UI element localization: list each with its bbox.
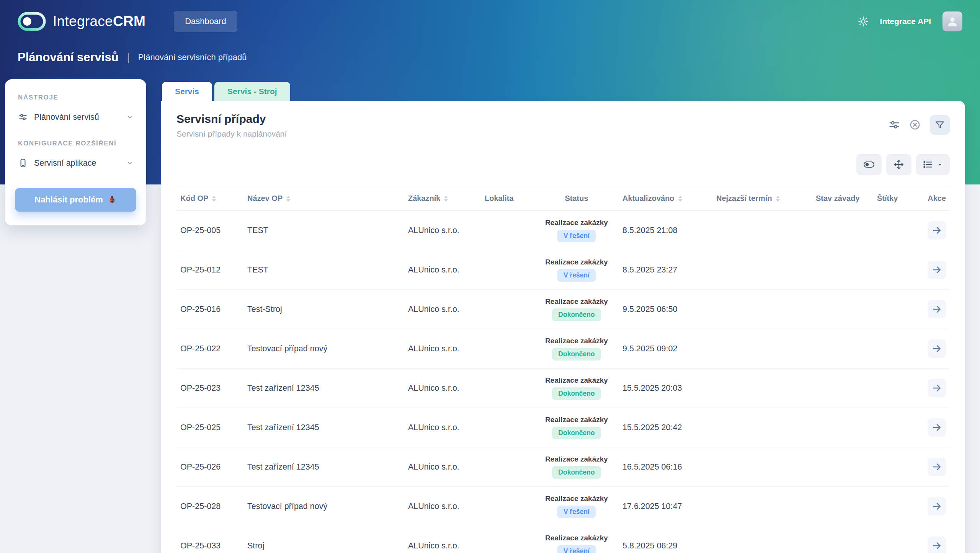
tab-servis[interactable]: Servis	[162, 82, 212, 101]
tab-servis-stroj[interactable]: Servis - Stroj	[214, 82, 290, 101]
col-zakaznik[interactable]: Zákazník	[404, 186, 481, 211]
card-title: Servisní případy	[176, 113, 287, 126]
chevron-down-icon	[126, 114, 133, 121]
sidebar-section-extensions: KONFIGURACE ROZŠÍŘENÍ	[18, 140, 136, 147]
cell-code: OP-25-022	[176, 329, 243, 369]
cell-deadline	[712, 250, 812, 290]
clear-filters-icon	[909, 119, 921, 131]
cell-customer: ALUnico s.r.o.	[404, 329, 481, 369]
status-line: Realizace zakázky	[538, 219, 615, 227]
adjustments-button[interactable]	[889, 119, 900, 131]
status-badge: Dokončeno	[552, 348, 601, 361]
cell-defect-state	[812, 487, 873, 526]
arrow-right-icon	[932, 383, 942, 393]
table-row[interactable]: OP-25-012 TEST ALUnico s.r.o. Realizace …	[176, 250, 950, 290]
table-row[interactable]: OP-25-005 TEST ALUnico s.r.o. Realizace …	[176, 211, 950, 250]
col-nejzazsi-termin[interactable]: Nejzazší termín	[712, 186, 812, 211]
open-case-button[interactable]	[928, 537, 946, 553]
cell-tags	[873, 487, 915, 526]
status-line: Realizace zakázky	[538, 534, 615, 542]
cases-card: Servisní případy Servisní případy k napl…	[161, 101, 965, 553]
open-case-button[interactable]	[928, 418, 946, 437]
planning-icon	[18, 112, 28, 122]
status-badge: V řešení	[557, 269, 596, 282]
cell-customer: ALUnico s.r.o.	[404, 487, 481, 526]
page-heading: Plánování servisů | Plánování servisních…	[0, 43, 980, 64]
cell-tags	[873, 329, 915, 369]
dashboard-button[interactable]: Dashboard	[174, 11, 237, 32]
cell-code: OP-25-033	[176, 526, 243, 553]
cell-status: Realizace zakázky V řešení	[534, 250, 619, 290]
cell-code: OP-25-026	[176, 447, 243, 487]
status-badge: Dokončeno	[552, 387, 601, 400]
cell-status: Realizace zakázky Dokončeno	[534, 329, 619, 369]
cell-tags	[873, 408, 915, 447]
col-kod-op[interactable]: Kód OP	[176, 186, 243, 211]
cell-name: Testovací případ nový	[243, 329, 404, 369]
table-row[interactable]: OP-25-033 Stroj ALUnico s.r.o. Realizace…	[176, 526, 950, 553]
cell-customer: ALUnico s.r.o.	[404, 408, 481, 447]
cell-deadline	[712, 290, 812, 329]
arrow-right-icon	[932, 265, 942, 275]
list-view-button[interactable]	[916, 154, 950, 175]
status-line: Realizace zakázky	[538, 416, 615, 424]
open-case-button[interactable]	[928, 458, 946, 476]
person-icon	[946, 15, 959, 28]
move-icon	[894, 160, 904, 170]
cell-updated: 17.6.2025 10:47	[619, 487, 712, 526]
cell-customer: ALUnico s.r.o.	[404, 250, 481, 290]
cell-location	[481, 369, 534, 408]
table-row[interactable]: OP-25-016 Test-Stroj ALUnico s.r.o. Real…	[176, 290, 950, 329]
cell-customer: ALUnico s.r.o.	[404, 211, 481, 250]
theme-toggle-button[interactable]	[858, 16, 869, 27]
table-row[interactable]: OP-25-023 Test zařízení 12345 ALUnico s.…	[176, 369, 950, 408]
table-row[interactable]: OP-25-025 Test zařízení 12345 ALUnico s.…	[176, 408, 950, 447]
open-case-button[interactable]	[928, 339, 946, 358]
clear-filters-button[interactable]	[909, 119, 921, 131]
cell-code: OP-25-025	[176, 408, 243, 447]
cell-tags	[873, 447, 915, 487]
report-problem-button[interactable]: Nahlásit problém	[15, 188, 136, 212]
cell-updated: 15.5.2025 20:03	[619, 369, 712, 408]
sidebar-item-servisni-aplikace[interactable]: Servisní aplikace	[15, 154, 136, 172]
brand-logo: IntegraceCRM	[18, 12, 145, 31]
open-case-button[interactable]	[928, 300, 946, 318]
open-case-button[interactable]	[928, 261, 946, 279]
open-case-button[interactable]	[928, 497, 946, 515]
arrow-right-icon	[932, 501, 942, 511]
cell-name: TEST	[243, 211, 404, 250]
cell-defect-state	[812, 329, 873, 369]
table-row[interactable]: OP-25-026 Test zařízení 12345 ALUnico s.…	[176, 447, 950, 487]
filter-button[interactable]	[930, 115, 950, 135]
col-stav-zavady: Stav závady	[812, 186, 873, 211]
user-avatar[interactable]	[942, 11, 962, 31]
move-button[interactable]	[886, 154, 911, 175]
table-row[interactable]: OP-25-022 Testovací případ nový ALUnico …	[176, 329, 950, 369]
cell-deadline	[712, 369, 812, 408]
status-line: Realizace zakázky	[538, 337, 615, 345]
cell-deadline	[712, 447, 812, 487]
cell-tags	[873, 250, 915, 290]
tab-bar: Servis Servis - Stroj	[161, 82, 965, 101]
cases-table-body: OP-25-005 TEST ALUnico s.r.o. Realizace …	[176, 211, 950, 553]
toggle-view-button[interactable]	[856, 154, 882, 175]
sidebar-item-planovani-servisu[interactable]: Plánování servisů	[15, 108, 136, 126]
cell-location	[481, 408, 534, 447]
cell-name: Test zařízení 12345	[243, 408, 404, 447]
cell-updated: 9.5.2025 09:02	[619, 329, 712, 369]
arrow-right-icon	[932, 462, 942, 472]
open-case-button[interactable]	[928, 379, 946, 397]
cell-updated: 16.5.2025 06:16	[619, 447, 712, 487]
cell-location	[481, 526, 534, 553]
open-case-button[interactable]	[928, 221, 946, 240]
sort-icon	[212, 196, 216, 202]
col-aktualizovano[interactable]: Aktualizováno	[619, 186, 712, 211]
table-row[interactable]: OP-25-028 Testovací případ nový ALUnico …	[176, 487, 950, 526]
toggle-view-icon	[863, 160, 875, 169]
col-nazev-op[interactable]: Název OP	[243, 186, 404, 211]
card-subtitle: Servisní případy k naplánování	[176, 129, 287, 139]
cell-deadline	[712, 487, 812, 526]
status-line: Realizace zakázky	[538, 258, 615, 266]
cell-tags	[873, 290, 915, 329]
cell-updated: 5.8.2025 06:29	[619, 526, 712, 553]
